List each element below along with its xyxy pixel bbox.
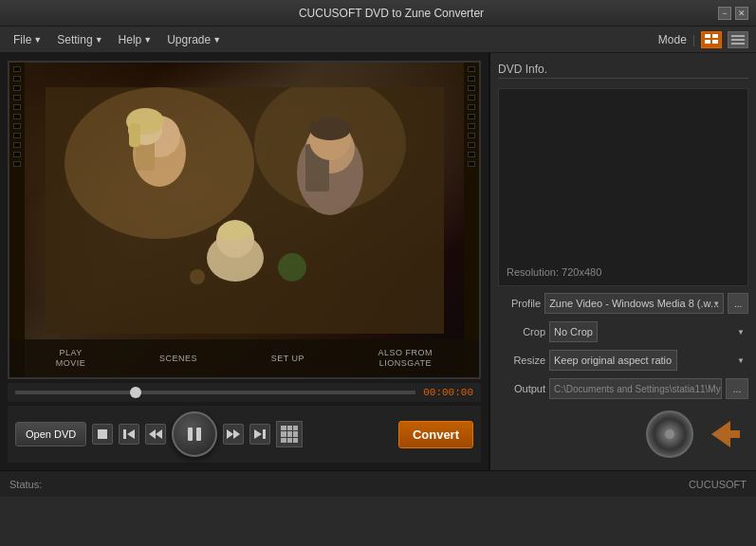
resize-row: Resize Keep original aspect ratio <box>498 349 748 372</box>
seek-bar-container[interactable]: 00:00:00 <box>8 383 481 402</box>
crop-select[interactable]: No Crop <box>549 321 598 342</box>
svg-marker-30 <box>149 429 156 439</box>
profile-row: Profile Zune Video - Windows Media 8 (.w… <box>498 292 748 315</box>
app-title: CUCUSOFT DVD to Zune Converter <box>65 7 718 20</box>
filmstrip-left <box>9 63 25 377</box>
video-area: PLAYMOVIE SCENES SET UP ALSO FROMLIONSGA… <box>8 61 481 379</box>
right-panel: DVD Info. Resolution: 720x480 Profile Zu… <box>490 53 756 470</box>
svg-rect-6 <box>731 43 745 45</box>
svg-point-20 <box>309 118 351 140</box>
play-movie-btn[interactable]: PLAYMOVIE <box>56 348 86 369</box>
svg-rect-3 <box>712 40 718 44</box>
open-dvd-button[interactable]: Open DVD <box>15 422 86 446</box>
chapters-grid-button[interactable] <box>276 421 303 447</box>
seek-thumb[interactable] <box>130 387 141 398</box>
resize-label: Resize <box>498 355 545 366</box>
svg-rect-26 <box>98 429 107 439</box>
svg-marker-35 <box>254 429 262 439</box>
dvd-menu-bar: PLAYMOVIE SCENES SET UP ALSO FROMLIONSGA… <box>9 339 479 377</box>
help-menu[interactable]: Help▼ <box>113 31 158 48</box>
output-row: Output C:\Documents and Settings\statia1… <box>498 377 748 400</box>
svg-rect-36 <box>263 429 266 439</box>
also-from-btn[interactable]: ALSO FROMLIONSGATE <box>378 348 433 369</box>
svg-rect-15 <box>129 123 140 147</box>
crop-select-wrapper: No Crop <box>549 321 748 342</box>
setting-arrow: ▼ <box>95 35 103 45</box>
svg-point-23 <box>218 222 252 241</box>
mode-separator: | <box>692 33 695 46</box>
play-pause-button[interactable] <box>172 411 217 457</box>
svg-marker-29 <box>156 429 162 439</box>
menu-bar: File▼ Setting▼ Help▼ Upgrade▼ Mode | <box>0 27 756 53</box>
svg-rect-5 <box>731 39 745 41</box>
svg-rect-4 <box>731 35 745 37</box>
scenes-btn[interactable]: SCENES <box>159 354 197 364</box>
crop-row: Crop No Crop <box>498 320 748 343</box>
svg-rect-1 <box>712 34 718 38</box>
upgrade-arrow: ▼ <box>212 35 221 45</box>
close-button[interactable]: ✕ <box>735 7 748 20</box>
rewind-button[interactable] <box>145 424 166 445</box>
profile-select[interactable]: Zune Video - Windows Media 8 (.w... <box>544 293 724 314</box>
title-controls: − ✕ <box>718 7 748 20</box>
help-arrow: ▼ <box>143 35 152 45</box>
file-arrow: ▼ <box>33 35 42 45</box>
convert-button[interactable]: Convert <box>398 421 473 448</box>
svg-rect-2 <box>705 40 710 44</box>
dvd-info-label: DVD Info. <box>498 61 748 79</box>
filmstrip-right <box>464 63 479 377</box>
disc-icon[interactable] <box>646 410 693 458</box>
forward-button[interactable] <box>223 424 244 445</box>
convert-arrow-icon[interactable] <box>701 410 748 458</box>
mode-icon-grid[interactable] <box>701 31 722 48</box>
svg-marker-33 <box>227 429 233 439</box>
output-label: Output <box>498 383 545 394</box>
seek-bar-track[interactable] <box>15 391 415 394</box>
resize-select-wrapper: Keep original aspect ratio <box>549 350 748 371</box>
left-panel: PLAYMOVIE SCENES SET UP ALSO FROMLIONSGA… <box>0 53 490 470</box>
svg-point-25 <box>190 269 205 284</box>
output-browse-button[interactable]: ... <box>726 378 748 399</box>
video-content <box>38 82 451 339</box>
time-display: 00:00:00 <box>423 387 481 398</box>
prev-chapter-button[interactable] <box>119 424 139 445</box>
svg-rect-32 <box>196 428 201 441</box>
right-bottom-icons <box>498 406 748 463</box>
title-bar: CUCUSOFT DVD to Zune Converter − ✕ <box>0 0 756 27</box>
svg-rect-0 <box>705 34 710 38</box>
mode-area: Mode | <box>658 31 748 48</box>
controls-bar: Open DVD <box>8 406 481 463</box>
upgrade-menu[interactable]: Upgrade▼ <box>161 31 227 48</box>
set-up-btn[interactable]: SET UP <box>271 354 304 364</box>
resize-select[interactable]: Keep original aspect ratio <box>549 350 677 371</box>
profile-browse-button[interactable]: ... <box>728 293 748 314</box>
status-text: Status: <box>9 479 42 490</box>
next-chapter-button[interactable] <box>249 424 270 445</box>
svg-point-24 <box>278 253 306 282</box>
svg-marker-34 <box>233 429 240 439</box>
video-placeholder: PLAYMOVIE SCENES SET UP ALSO FROMLIONSGA… <box>9 63 479 377</box>
dvd-preview-area: Resolution: 720x480 <box>498 88 748 286</box>
profile-select-wrapper: Zune Video - Windows Media 8 (.w... <box>544 293 724 314</box>
status-bar: Status: CUCUSOFT <box>0 470 756 497</box>
svg-rect-31 <box>188 428 193 441</box>
brand-text: CUCUSOFT <box>689 479 747 490</box>
main-content: PLAYMOVIE SCENES SET UP ALSO FROMLIONSGA… <box>0 53 756 470</box>
minimize-button[interactable]: − <box>718 7 731 20</box>
resolution-text: Resolution: 720x480 <box>507 266 601 278</box>
mode-icon-list[interactable] <box>728 31 748 48</box>
mode-label: Mode <box>658 33 687 46</box>
stop-button[interactable] <box>92 424 113 445</box>
svg-rect-28 <box>123 429 126 439</box>
crop-label: Crop <box>498 326 545 337</box>
svg-marker-27 <box>127 429 135 439</box>
profile-label: Profile <box>498 298 541 309</box>
file-menu[interactable]: File▼ <box>8 31 47 48</box>
setting-menu[interactable]: Setting▼ <box>51 31 108 48</box>
output-path: C:\Documents and Settings\statia11\My D.… <box>549 378 722 399</box>
